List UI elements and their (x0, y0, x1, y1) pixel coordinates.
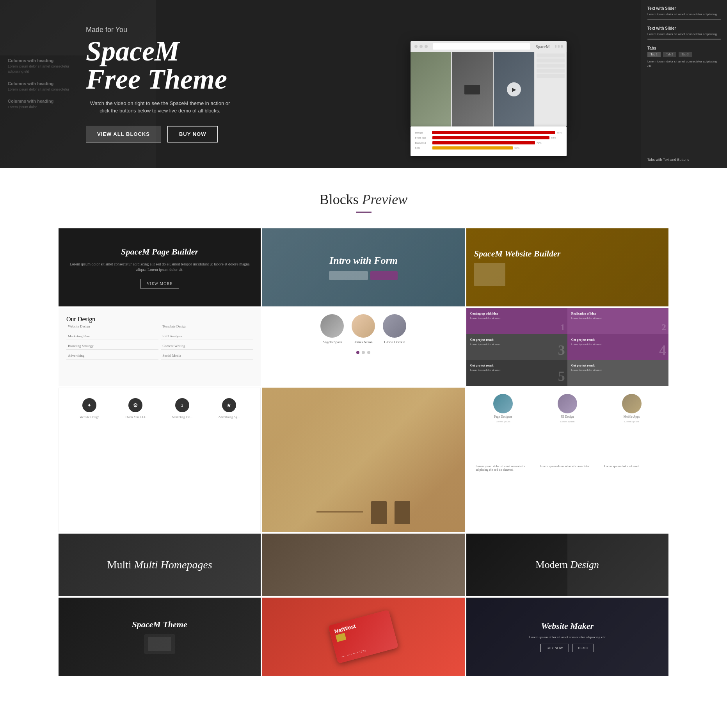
design-item-6: Content Writing (161, 342, 253, 350)
avatar-name-2: James Nixon (354, 340, 373, 344)
intro-form-inputs (329, 271, 398, 280)
right-panel-2-bar (647, 39, 721, 40)
card-team[interactable]: Angelo Spada James Nixon Gloria Deetkin (262, 308, 464, 386)
card-our-design[interactable]: Our Design Website Design Template Desig… (59, 308, 261, 386)
right-panel-2-desc: Lorem ipsum dolor sit amet consectetur a… (647, 32, 721, 36)
step-5: Get project result Lorem ipsum dolor sit… (466, 360, 567, 386)
team-member-3: Gloria Deetkin (383, 314, 406, 344)
browser-bar: SpaceM (411, 41, 567, 52)
hero-section: Columns with heading Lorem ipsum dolor s… (0, 0, 727, 168)
icon-item-2: ⚙ Thank You, LLC (125, 398, 146, 419)
browser-panel-sidebar (535, 52, 566, 127)
service-circle-1 (493, 394, 513, 413)
office-photo-content (262, 388, 464, 532)
card-website-builder[interactable]: SpaceM Website Builder (466, 228, 668, 306)
blocks-heading: Blocks Preview (59, 191, 668, 213)
tab-2[interactable]: Tab 2 (663, 52, 676, 57)
spacem-theme-title: SpaceM Theme (132, 619, 187, 630)
right-panel-1-desc: Lorem ipsum dolor sit amet consectetur a… (647, 12, 721, 16)
icon-item-1: ✦ Website Design (80, 398, 99, 419)
right-panel-1: Text with Slider Lorem ipsum dolor sit a… (647, 6, 721, 20)
hero-description: Watch the video on right to see the Spac… (86, 100, 234, 115)
browser-panel-video[interactable]: ▶ (494, 52, 535, 127)
theme-device (144, 634, 175, 654)
card-office-photo[interactable] (262, 388, 464, 532)
dot-1[interactable] (362, 351, 365, 354)
card-website-maker[interactable]: Website Maker Lorem ipsum dolor sit amet… (466, 598, 668, 676)
card-icons-row[interactable]: ✦ Website Design ⚙ Thank You, LLC 2 Mark… (59, 388, 261, 532)
avatar-name-3: Gloria Deetkin (384, 340, 405, 344)
chart-val-4: 60% (514, 146, 519, 150)
service-text-3: Lorem ipsum dolor sit amet (601, 461, 662, 526)
hero-title-line2: Free Theme (86, 64, 227, 95)
step-num-3: 3 (558, 342, 565, 358)
col-heading-1: Columns with heading (8, 58, 70, 63)
right-panel-3: Tabs Tab 1 Tab 2 Tab 3 Lorem ipsum dolor… (647, 46, 721, 68)
chart-bar-2 (432, 136, 550, 139)
step-3-title: Get project result (470, 338, 563, 342)
view-all-blocks-button[interactable]: VIEW ALL BLOCKS (86, 126, 161, 142)
browser-mockup: SpaceM ▶ (411, 41, 567, 127)
form-submit[interactable] (370, 271, 398, 280)
preview-row-5: SpaceM Theme NatWest •••• •••• •••• 1234… (59, 598, 668, 676)
blocks-underline (356, 212, 371, 213)
preview-row-1: SpaceM Page Builder Lorem ipsum dolor si… (59, 228, 668, 306)
card-numbered-steps[interactable]: Coming up with idea Lorem ipsum dolor si… (466, 308, 668, 386)
tab-3[interactable]: Tab 3 (679, 52, 692, 57)
play-button[interactable]: ▶ (507, 82, 521, 96)
icon-item-3: 2 Marketing Pro... (172, 398, 192, 419)
multi-title-1: Multi (107, 559, 134, 571)
tab-1[interactable]: Tab 1 (647, 52, 661, 57)
card-spacem-btn[interactable]: VIEW MORE (140, 279, 179, 288)
dot-2[interactable] (367, 351, 370, 354)
website-maker-desc: Lorem ipsum dolor sit amet consectetur a… (517, 635, 617, 639)
icon-label-3: Marketing Pro... (172, 415, 192, 419)
service-circle-2 (558, 394, 577, 413)
card-spacem-page-builder[interactable]: SpaceM Page Builder Lorem ipsum dolor si… (59, 228, 261, 306)
team-members-row: Angelo Spada James Nixon Gloria Deetkin (320, 314, 406, 344)
step-1-desc: Lorem ipsum dolor sit amet (470, 317, 563, 320)
chart-row-1: Design 85% (415, 131, 562, 134)
multi-title-2: Multi Homepages (134, 559, 212, 571)
maker-btn-1[interactable]: BUY NOW (540, 644, 569, 652)
website-maker-buttons: BUY NOW DEMO (540, 644, 594, 652)
service-1: Page Designer Lorem ipsum (473, 394, 534, 458)
step-2-title: Realisation of idea (571, 312, 665, 315)
chair-2 (395, 501, 410, 524)
chart-val-3: 70% (537, 141, 542, 144)
intro-form-content: Intro with Form (329, 255, 398, 280)
hero-right-panels: Text with Slider Lorem ipsum dolor sit a… (641, 0, 727, 168)
icon-circle-2: ⚙ (128, 398, 142, 412)
icon-circle-1: ✦ (82, 398, 96, 412)
chair-1 (371, 501, 387, 524)
card-services-circles[interactable]: Page Designer Lorem ipsum UI Design Lore… (466, 388, 668, 532)
service-label-3: Mobile Apps (624, 415, 640, 418)
buy-now-button[interactable]: BUY NOW (167, 126, 218, 142)
tab-content: Lorem ipsum dolor sit amet consectetur a… (647, 59, 721, 68)
card-intro-form[interactable]: Intro with Form (262, 228, 464, 306)
chart-label-4: SEO (415, 146, 431, 150)
service-desc-1: Lorem ipsum (496, 420, 510, 423)
maker-btn-2[interactable]: DEMO (572, 644, 594, 652)
browser-panel-laptop (452, 52, 493, 127)
step-1: Coming up with idea Lorem ipsum dolor si… (466, 308, 567, 334)
table-top (316, 511, 363, 513)
card-number: •••• •••• •••• 1234 (340, 642, 394, 659)
form-input-1[interactable] (329, 271, 368, 280)
card-modern-design[interactable]: Modern Design (466, 534, 668, 596)
right-panel-2: Text with Slider Lorem ipsum dolor sit a… (647, 26, 721, 40)
chart-label-2: Front End (415, 136, 431, 139)
chart-row-2: Front End 80% (415, 136, 562, 139)
dot-active[interactable] (356, 351, 359, 354)
card-multi-homepages[interactable]: Multi Multi Homepages (59, 534, 261, 596)
card-spacem-theme[interactable]: SpaceM Theme (59, 598, 261, 676)
card-natwest[interactable]: NatWest •••• •••• •••• 1234 (262, 598, 464, 676)
chart-val-1: 85% (557, 131, 562, 134)
step-2-desc: Lorem ipsum dolor sit amet (571, 317, 665, 320)
step-5-title: Get project result (470, 364, 563, 367)
card-placeholder-mid (262, 534, 464, 596)
preview-row-2: Our Design Website Design Template Desig… (59, 308, 668, 386)
chart-panel: Design 85% Front End 80% Back End 70% SE… (411, 126, 567, 156)
blocks-heading-title: Blocks Preview (59, 191, 668, 208)
blocks-section: Blocks Preview SpaceM Page Builder Lorem… (0, 168, 727, 691)
